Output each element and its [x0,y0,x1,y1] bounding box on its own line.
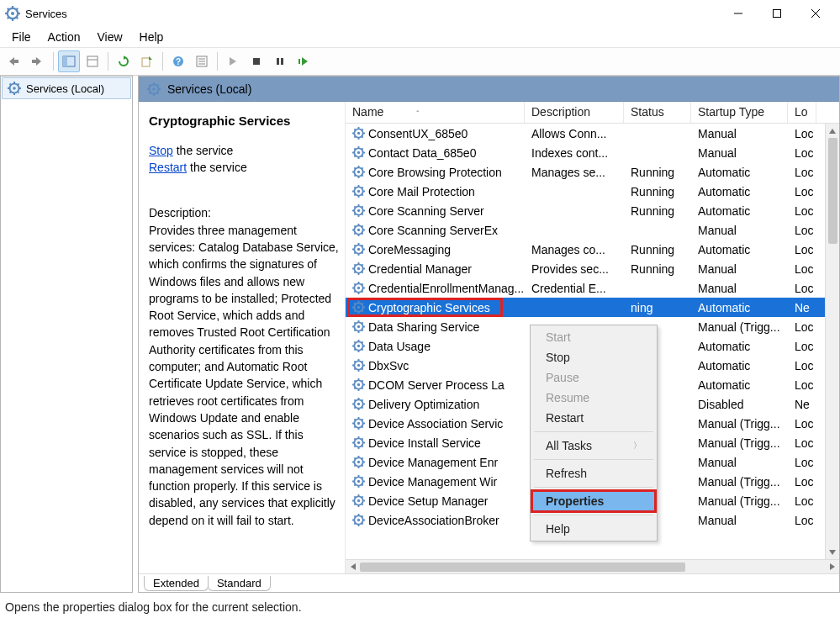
column-name[interactable]: Name ˆ [346,102,525,123]
chevron-right-icon: 〉 [633,440,642,452]
table-row[interactable]: Credential ManagerProvides sec...Running… [346,259,825,278]
tab-extended[interactable]: Extended [144,576,209,591]
column-log-on-as[interactable]: Lo [788,102,816,123]
minimize-button[interactable] [719,1,758,26]
cell-status: Running [624,243,691,256]
cell-name: CredentialEnrollmentManag... [368,282,524,295]
scroll-down-arrow[interactable] [828,545,837,559]
context-menu-all-tasks[interactable]: All Tasks〉 [532,436,655,456]
cell-logon: Loc [788,243,816,256]
cell-startup: Manual [691,262,788,276]
cell-logon: Loc [788,475,816,489]
cell-name: Device Management Wir [368,475,497,489]
cell-startup: Manual (Trigg... [691,320,788,334]
column-status[interactable]: Status [624,102,691,123]
maximize-button[interactable] [758,1,796,26]
gear-icon [352,417,365,430]
table-row[interactable]: Core Mail ProtectionRunningAutomaticLoc [346,182,825,201]
cell-logon: Ne [788,301,816,314]
cell-logon: Loc [788,146,816,160]
cell-startup: Manual [691,224,788,237]
cell-logon: Loc [788,204,816,218]
cell-startup: Automatic [691,378,788,392]
cell-logon: Loc [788,417,816,430]
scroll-left-arrow[interactable] [346,561,360,573]
svg-rect-27 [253,58,260,65]
toolbar-pause-button[interactable] [269,50,291,72]
tab-standard[interactable]: Standard [208,576,271,591]
cell-name: Device Setup Manager [368,494,488,508]
table-row[interactable]: CredentialEnrollmentManag...Credential E… [346,278,825,298]
toolbar-export-button[interactable] [136,50,158,72]
context-menu: Start Stop Pause Resume Restart All Task… [530,325,658,541]
table-row[interactable]: Core Browsing ProtectionManages se...Run… [346,162,825,182]
context-menu-refresh[interactable]: Refresh [532,463,655,483]
service-detail-column: Cryptographic Services Stop the service … [139,102,345,573]
scroll-up-arrow[interactable] [828,124,837,138]
context-menu-help[interactable]: Help [532,519,655,539]
cell-description: Provides sec... [525,262,624,276]
toolbar-show-hide-tree-button[interactable] [58,50,80,72]
gear-icon [352,127,365,140]
context-menu-properties[interactable]: Properties [532,491,655,511]
toolbar-stop-button[interactable] [246,50,267,72]
context-menu-restart[interactable]: Restart [532,408,655,428]
toolbar-help-button[interactable]: ? [167,50,189,72]
scroll-right-arrow[interactable] [825,561,839,573]
cell-startup: Manual (Trigg... [691,417,788,430]
column-description[interactable]: Description [525,102,624,123]
tree-item-services-local[interactable]: Services (Local) [2,77,131,99]
gear-icon [147,82,161,96]
horizontal-scrollbar[interactable] [346,559,839,573]
gear-icon [352,398,365,410]
cell-startup: Automatic [691,243,788,256]
gear-icon [352,204,365,217]
svg-rect-11 [774,10,781,18]
toolbar-forward-button[interactable] [27,50,49,72]
cell-startup: Manual [691,282,788,295]
table-row[interactable]: Contact Data_685e0Indexes cont...ManualL… [346,143,825,162]
vertical-scrollbar[interactable] [825,124,839,559]
menu-help[interactable]: Help [133,29,171,45]
cell-name: Core Scanning Server [368,204,484,218]
cell-logon: Loc [788,378,816,392]
column-startup-type[interactable]: Startup Type [691,102,788,123]
scroll-thumb[interactable] [828,138,837,244]
gear-icon [352,475,365,488]
context-menu-stop[interactable]: Stop [532,347,655,367]
table-row[interactable]: ConsentUX_685e0Allows Conn...ManualLoc [346,124,825,143]
hscroll-thumb[interactable] [360,563,685,572]
toolbar-restart-button[interactable] [293,50,314,72]
cell-logon: Loc [788,282,816,295]
toolbar-back-button[interactable] [3,50,25,72]
stop-service-link[interactable]: Stop [149,144,173,157]
cell-name: DeviceAssociationBroker [368,514,499,527]
toolbar-play-button[interactable] [222,50,244,72]
toolbar-sheet-button[interactable] [82,50,103,72]
context-menu-start: Start [532,327,655,347]
menu-file[interactable]: File [5,29,38,45]
cell-logon: Loc [788,185,816,198]
cell-logon: Loc [788,340,816,353]
context-menu-pause: Pause [532,367,655,388]
cell-name: DCOM Server Process La [368,378,505,392]
toolbar-properties-button[interactable] [191,50,213,72]
cell-logon: Ne [788,398,816,411]
cell-logon: Loc [788,224,816,237]
svg-rect-29 [281,58,283,65]
cell-logon: Loc [788,166,816,179]
menu-view[interactable]: View [90,29,129,45]
cell-description: Allows Conn... [525,127,624,140]
table-row[interactable]: Cryptographic ServicesningAutomaticNe [346,298,825,317]
toolbar-refresh-button[interactable] [113,50,135,72]
close-button[interactable] [796,1,835,26]
restart-service-link[interactable]: Restart [149,161,187,174]
gear-icon [352,185,365,198]
table-row[interactable]: CoreMessagingManages co...RunningAutomat… [346,240,825,259]
svg-text:?: ? [176,57,181,66]
cell-name: Core Browsing Protection [368,166,502,179]
cell-logon: Loc [788,494,816,508]
table-row[interactable]: Core Scanning ServerExManualLoc [346,220,825,240]
menu-action[interactable]: Action [41,29,87,45]
table-row[interactable]: Core Scanning ServerRunningAutomaticLoc [346,201,825,220]
